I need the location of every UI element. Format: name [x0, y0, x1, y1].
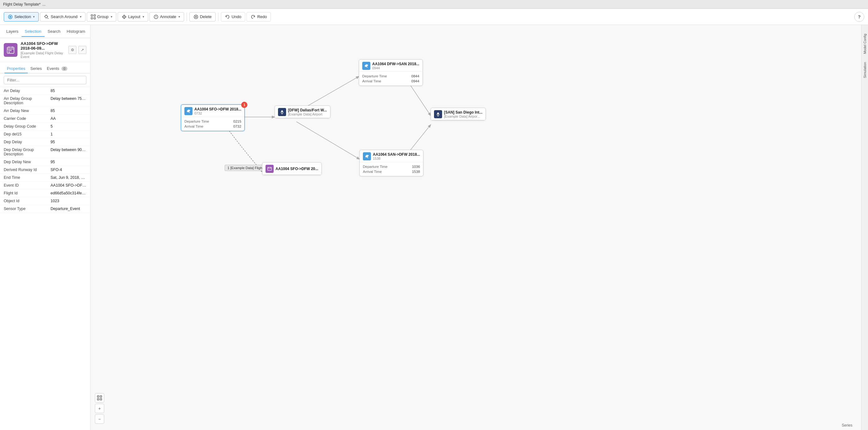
- prop-key: Flight Id: [4, 191, 51, 195]
- prop-key: End Time: [4, 175, 51, 180]
- prop-key: Delay Group Code: [4, 124, 51, 129]
- layout-icon: [122, 14, 127, 19]
- tab-histogram[interactable]: Histogram: [64, 27, 88, 37]
- model-config-label[interactable]: Model Config: [862, 31, 867, 57]
- table-row: Dep Delay95: [0, 138, 90, 146]
- prop-key: Arr Delay New: [4, 109, 51, 113]
- redo-button[interactable]: Redo: [247, 12, 271, 22]
- search-around-button[interactable]: Search Around ▾: [40, 12, 85, 22]
- graph-node-n1[interactable]: AA1004 SFO->DFW 2018... 0732 Departure T…: [181, 104, 245, 131]
- table-row: Derived Runway IdSFO-4: [0, 166, 90, 174]
- svg-rect-8: [91, 15, 93, 16]
- group-icon: [91, 14, 96, 19]
- prop-value: 1023: [51, 199, 86, 203]
- tab-layers[interactable]: Layers: [3, 27, 22, 37]
- graph-node-n5-icon: [434, 110, 442, 118]
- graph-node-n4-body: Departure Time 0844 Arrival Time 0944: [359, 72, 423, 86]
- delete-button[interactable]: Delete: [189, 12, 216, 22]
- prop-key: Event ID: [4, 183, 51, 188]
- svg-rect-41: [100, 398, 102, 400]
- prop-key: Arr Delay: [4, 89, 51, 93]
- graph-node-n4-header: AA1064 DFW->SAN 2018... 0944: [359, 60, 423, 72]
- svg-rect-9: [94, 15, 95, 16]
- table-row: Dep Delay New95: [0, 158, 90, 166]
- prop-key: Dep del15: [4, 132, 51, 136]
- graph-node-n2-header: [DFW] Dallas/Fort W... [Example Data] Ai…: [275, 106, 330, 118]
- toolbar: Selection ▾ Search Around ▾ Group: [0, 9, 868, 25]
- prop-key: Sensor Type: [4, 207, 51, 211]
- graph-node-n2[interactable]: [DFW] Dallas/Fort W... [Example Data] Ai…: [275, 105, 331, 118]
- graph-node-n1-body: Departure Time 0215 Arrival Time 0732: [181, 117, 244, 131]
- layout-button[interactable]: Layout ▾: [118, 12, 148, 22]
- filter-input[interactable]: [4, 76, 86, 84]
- annotate-icon: [154, 14, 158, 19]
- fit-icon: [97, 395, 102, 400]
- svg-line-3: [48, 18, 49, 19]
- prop-key: Arr Delay Group Description: [4, 96, 51, 105]
- node-text: AA1004 SFO->DFW 2018-06-09... [Example D…: [21, 41, 65, 59]
- graph-node-n6-icon: [363, 152, 371, 160]
- prop-value: SFO-4: [51, 167, 86, 172]
- node-info: AA1004 SFO->DFW 2018-06-09... [Example D…: [0, 38, 90, 62]
- graph-node-n5[interactable]: [SAN] San Diego Int... [Example Data] Ai…: [431, 108, 486, 120]
- prop-value: Sat, Jun 9, 2018, 11:18:00 G...: [51, 175, 86, 180]
- graph-node-n3-icon: [266, 165, 274, 173]
- selection-icon: [8, 14, 13, 19]
- table-row: Dep Delay Group DescriptionDelay between…: [0, 146, 90, 158]
- undo-button[interactable]: Undo: [221, 12, 245, 22]
- graph-node-n2-icon: [278, 108, 286, 116]
- prop-value: Delay between 90 to 104 minut: [51, 148, 86, 156]
- subtab-properties[interactable]: Properties: [4, 64, 28, 73]
- node-badge-n1: 1: [241, 102, 247, 108]
- node-subtitle: [Example Data] Flight Delay Event: [21, 51, 65, 59]
- help-button[interactable]: ?: [854, 12, 864, 22]
- table-row: Dep del151: [0, 130, 90, 138]
- group-button[interactable]: Group ▾: [87, 12, 116, 22]
- subtab-events[interactable]: Events 0: [44, 64, 70, 73]
- node-actions: ⚙ ↗: [68, 46, 86, 54]
- table-row: Carrier CodeAA: [0, 115, 90, 123]
- node-settings-button[interactable]: ⚙: [68, 46, 76, 54]
- title-text: Flight Delay Template*: [3, 2, 40, 6]
- toolbar-separator-2: [218, 12, 218, 21]
- graph-node-n3[interactable]: AA1004 SFO->DFW 20...: [262, 162, 322, 175]
- fit-view-button[interactable]: [95, 393, 104, 403]
- panel-tabs: Layers Selection Search Histogram Info ❮: [0, 25, 90, 38]
- graph-node-n4-icon: [362, 62, 370, 70]
- prop-value: AA: [51, 116, 86, 121]
- left-panel: Layers Selection Search Histogram Info ❮: [0, 25, 91, 430]
- annotate-button[interactable]: Annotate ▾: [150, 12, 184, 22]
- layout-arrow: ▾: [143, 15, 144, 19]
- svg-line-30: [297, 122, 360, 159]
- graph-node-n4[interactable]: AA1064 DFW->SAN 2018... 0944 Departure T…: [359, 59, 423, 86]
- node-export-button[interactable]: ↗: [78, 46, 86, 54]
- tab-search[interactable]: Search: [44, 27, 64, 37]
- group-arrow: ▾: [111, 15, 112, 19]
- annotate-arrow: ▾: [179, 15, 180, 19]
- prop-value: 85: [51, 109, 86, 113]
- tab-selection[interactable]: Selection: [22, 27, 44, 37]
- subtab-series[interactable]: Series: [28, 64, 44, 73]
- svg-rect-25: [10, 50, 11, 51]
- zoom-out-button[interactable]: −: [95, 414, 104, 424]
- edges-svg: [91, 25, 861, 430]
- delete-icon: [193, 14, 198, 19]
- prop-value: 95: [51, 140, 86, 144]
- graph-node-n1-header: AA1004 SFO->DFW 2018... 0732: [181, 105, 244, 117]
- graph-node-n5-text: [SAN] San Diego Int... [Example Data] Ai…: [444, 110, 483, 118]
- properties-list: Arr Delay85Arr Delay Group DescriptionDe…: [0, 87, 90, 430]
- table-row: End TimeSat, Jun 9, 2018, 11:18:00 G...: [0, 174, 90, 182]
- zoom-controls: + −: [95, 393, 104, 424]
- canvas-area[interactable]: AA1004 SFO->DFW 2018... 0732 Departure T…: [91, 25, 861, 430]
- svg-rect-26: [9, 52, 10, 53]
- table-row: Sensor TypeDeparture_Event: [0, 205, 90, 213]
- zoom-in-button[interactable]: +: [95, 404, 104, 413]
- svg-point-2: [45, 15, 48, 18]
- svg-rect-40: [97, 398, 99, 400]
- titlebar: Flight Delay Template* ...: [0, 0, 868, 9]
- filter-bar: [0, 73, 90, 87]
- simulation-label[interactable]: Simulation: [862, 60, 867, 81]
- selection-button[interactable]: Selection ▾: [4, 12, 39, 22]
- graph-node-n6[interactable]: AA1064 SAN->DFW 2018... 1538 Departure T…: [360, 150, 424, 176]
- svg-rect-11: [94, 18, 95, 19]
